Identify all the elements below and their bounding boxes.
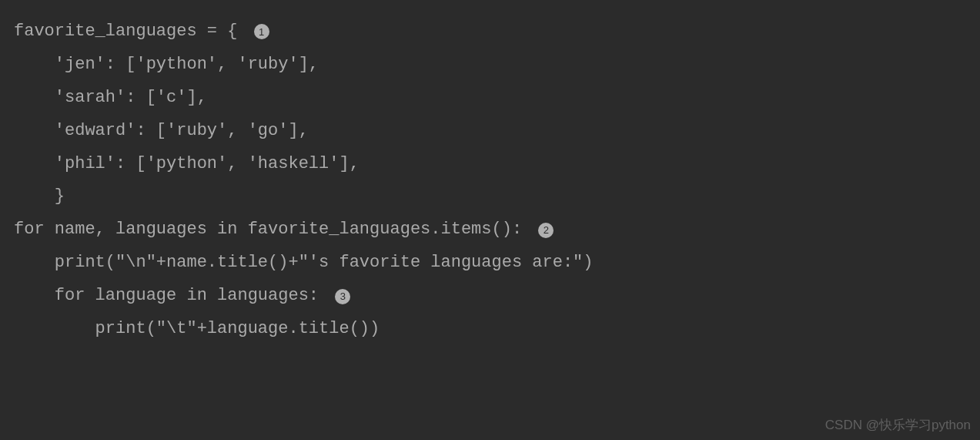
code-line-10: print("\t"+language.title()) (14, 313, 966, 346)
code-line-5: 'phil': ['python', 'haskell'], (14, 148, 966, 181)
code-text: } (14, 180, 65, 213)
code-text: favorite_languages = { (14, 15, 248, 49)
code-line-3: 'sarah': ['c'], (14, 82, 966, 115)
annotation-marker-3: 3 (335, 289, 350, 304)
code-text: 'edward': ['ruby', 'go'], (14, 115, 309, 148)
code-text: print("\t"+language.title()) (14, 313, 380, 346)
code-line-2: 'jen': ['python', 'ruby'], (14, 49, 966, 82)
annotation-marker-2: 2 (538, 223, 554, 238)
code-text: for name, languages in favorite_language… (14, 213, 532, 247)
code-text: for language in languages: (14, 280, 329, 313)
code-line-4: 'edward': ['ruby', 'go'], (14, 115, 966, 148)
watermark-text: CSDN @快乐学习python (825, 416, 971, 434)
code-text: 'jen': ['python', 'ruby'], (14, 49, 319, 82)
code-line-8: print("\n"+name.title()+"'s favorite lan… (14, 247, 966, 280)
code-block: favorite_languages = { 1 'jen': ['python… (14, 15, 966, 346)
code-line-9: for language in languages: 3 (14, 280, 966, 313)
code-line-6: } (14, 180, 966, 213)
code-line-1: favorite_languages = { 1 (14, 15, 966, 49)
annotation-marker-1: 1 (254, 24, 269, 39)
code-line-7: for name, languages in favorite_language… (14, 213, 966, 247)
code-text: 'phil': ['python', 'haskell'], (14, 148, 360, 181)
code-text: print("\n"+name.title()+"'s favorite lan… (14, 247, 594, 280)
code-text: 'sarah': ['c'], (14, 82, 207, 115)
